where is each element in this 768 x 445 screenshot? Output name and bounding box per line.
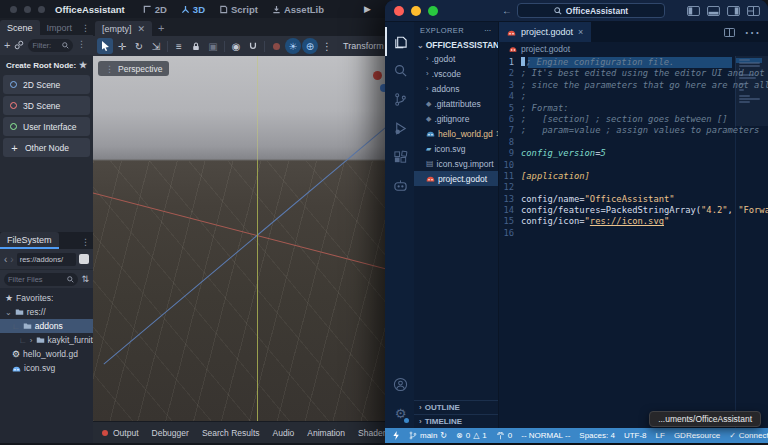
rotate-tool-icon[interactable]: ↻	[131, 38, 147, 54]
account-icon[interactable]	[385, 370, 414, 399]
scale-tool-icon[interactable]: ⇲	[148, 38, 164, 54]
viewport-options-icon[interactable]: ⋮	[319, 38, 335, 54]
favorite-star-icon[interactable]: ★	[79, 60, 87, 70]
status-utf-8[interactable]: UTF-8	[624, 431, 647, 440]
fs-item-hello-world-gd[interactable]: ⚙hello_world.gd	[0, 347, 93, 361]
workspace-tab-2d[interactable]: 2D	[137, 2, 173, 17]
node-button-2d-scene[interactable]: 2D Scene	[3, 75, 90, 94]
scene-filter-input[interactable]: Filter:	[28, 39, 73, 52]
transform-menu[interactable]: Transform	[343, 41, 384, 51]
status-spaces-4[interactable]: Spaces: 4	[579, 431, 615, 440]
lock-icon[interactable]	[188, 38, 204, 54]
split-editor-icon[interactable]	[724, 28, 735, 37]
history-back-icon[interactable]: ←	[502, 5, 512, 16]
nav-forward-icon[interactable]: ›	[10, 254, 13, 265]
minimize-window-icon[interactable]	[24, 6, 31, 13]
run-debug-icon[interactable]	[385, 114, 414, 143]
explorer-item-project-godot[interactable]: project.godot	[414, 171, 498, 186]
search-icon[interactable]	[385, 56, 414, 85]
fs-item-res-[interactable]: ⌄res://	[0, 305, 93, 319]
sync-icon[interactable]: ↻	[440, 431, 447, 440]
environment-toggle-icon[interactable]: ⊕	[302, 38, 318, 54]
explorer-actions-icon[interactable]: ⋯	[484, 26, 492, 35]
breadcrumb[interactable]: project.godot	[499, 42, 768, 56]
3d-viewport[interactable]: ⋮ Perspective	[93, 56, 392, 421]
snap-icon[interactable]	[245, 38, 261, 54]
dock-menu-icon[interactable]: ⋮	[81, 23, 93, 35]
favorites-row[interactable]: ★ Favorites:	[0, 291, 93, 305]
maximize-window-icon[interactable]	[38, 6, 45, 13]
section-timeline[interactable]: ›TIMELINE	[414, 414, 498, 428]
explorer-root-folder[interactable]: ⌄ OFFICEASSISTANT	[414, 39, 498, 51]
select-tool-icon[interactable]	[97, 38, 113, 54]
bottom-tab-search-results[interactable]: Search Results	[202, 428, 260, 438]
status-lf[interactable]: LF	[656, 431, 665, 440]
command-center-search[interactable]: OfficeAssistant	[517, 3, 665, 18]
toggle-sidebar-icon[interactable]	[687, 6, 700, 16]
gizmo-x-handle[interactable]	[373, 71, 382, 80]
local-space-icon[interactable]: ◉	[228, 38, 244, 54]
close-window-icon[interactable]	[10, 6, 17, 13]
customize-layout-icon[interactable]	[747, 6, 760, 16]
close-window-icon[interactable]	[394, 6, 404, 16]
node-button-other-node[interactable]: +Other Node	[3, 138, 90, 157]
bottom-tab-audio[interactable]: Audio	[273, 428, 295, 438]
node-button-user-interface[interactable]: User Interface	[3, 117, 90, 136]
play-button[interactable]: ▶	[364, 4, 371, 14]
fs-item-addons[interactable]: ∟addons	[0, 319, 93, 333]
sun-toggle-icon[interactable]: ☀	[285, 38, 301, 54]
fs-item-kaykit-furnit-[interactable]: ∟›kaykit_furnit...	[0, 333, 93, 347]
vim-mode-indicator[interactable]: -- NORMAL --	[521, 431, 570, 440]
explorer-item--godot[interactable]: ›.godot	[414, 51, 498, 66]
tab-import[interactable]: Import	[40, 20, 80, 35]
list-select-icon[interactable]: ≡	[171, 38, 187, 54]
bottom-tab-output[interactable]: Output	[113, 428, 139, 438]
status-gdresource[interactable]: GDResource	[674, 431, 720, 440]
explorer-item-addons[interactable]: ›addons	[414, 81, 498, 96]
explorer-item--vscode[interactable]: ›.vscode	[414, 66, 498, 81]
group-icon[interactable]: ▣	[205, 38, 221, 54]
filesystem-filter-input[interactable]: Filter Files	[4, 273, 78, 286]
explorer-item--gitattributes[interactable]: ◆.gitattributes	[414, 96, 498, 111]
maximize-window-icon[interactable]	[428, 6, 438, 16]
add-node-icon[interactable]: +	[4, 40, 10, 50]
node-button-3d-scene[interactable]: 3D Scene	[3, 96, 90, 115]
explorer-item-hello-world-gd[interactable]: hello_world.gd1	[414, 126, 498, 141]
toggle-split-mode-icon[interactable]	[79, 254, 89, 264]
problems-status[interactable]: ⊗0 △1	[456, 431, 487, 440]
filesystem-path[interactable]: res://addons/	[17, 253, 76, 266]
tab-project-godot[interactable]: project.godot ×	[499, 22, 592, 42]
new-scene-tab-button[interactable]: +	[152, 22, 170, 36]
scene-toolbar-menu-icon[interactable]: ⋮	[77, 39, 89, 51]
filesystem-menu-icon[interactable]: ⋮	[81, 237, 93, 249]
git-branch-status[interactable]: main ↻	[409, 431, 447, 440]
code-editor[interactable]: 1; Engine configuration file.2; It's bes…	[499, 56, 768, 428]
close-tab-icon[interactable]: ×	[578, 27, 583, 37]
ports-status[interactable]: 0	[496, 431, 512, 440]
toggle-secondary-sidebar-icon[interactable]	[727, 6, 740, 16]
bottom-tab-animation[interactable]: Animation	[307, 428, 345, 438]
minimize-window-icon[interactable]	[411, 6, 421, 16]
workspace-tab-assetlib[interactable]: AssetLib	[266, 2, 330, 17]
status-connected[interactable]: ✓Connected	[729, 431, 768, 440]
perspective-button[interactable]: ⋮ Perspective	[98, 61, 169, 76]
tab-filesystem[interactable]: FileSystem	[0, 232, 59, 249]
instance-scene-icon[interactable]	[14, 40, 24, 50]
fs-item-icon-svg[interactable]: icon.svg	[0, 361, 93, 375]
scene-tab-empty[interactable]: [empty] ✕	[95, 21, 152, 36]
explorer-item--gitignore[interactable]: ◆.gitignore	[414, 111, 498, 126]
explorer-item-icon-svg-import[interactable]: ▤icon.svg.import	[414, 156, 498, 171]
explorer-item-icon-svg[interactable]: ▰icon.svg	[414, 141, 498, 156]
nav-back-icon[interactable]: ‹	[4, 254, 7, 265]
settings-gear-icon[interactable]: ⚙	[385, 399, 414, 428]
toggle-panel-icon[interactable]	[707, 6, 720, 16]
close-scene-tab-icon[interactable]: ✕	[138, 24, 146, 34]
camera-preview-icon[interactable]	[268, 38, 284, 54]
move-tool-icon[interactable]: ✛	[114, 38, 130, 54]
bottom-tab-debugger[interactable]: Debugger	[152, 428, 189, 438]
extensions-icon[interactable]	[385, 143, 414, 172]
editor-more-actions-icon[interactable]: ⋯	[744, 23, 760, 42]
explorer-icon[interactable]	[385, 27, 414, 56]
workspace-tab-3d[interactable]: 3D	[175, 2, 211, 17]
source-control-icon[interactable]	[385, 85, 414, 114]
